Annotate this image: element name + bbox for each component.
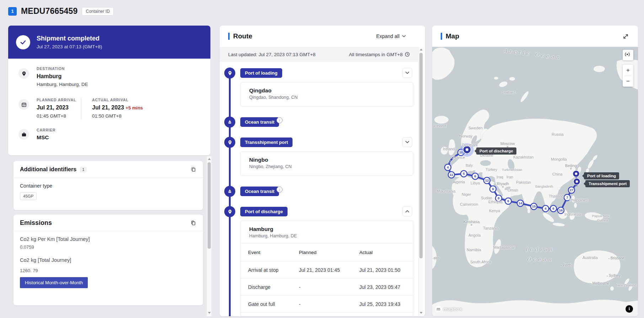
collapse-toggle-button[interactable] — [402, 137, 412, 147]
scrollbar-up-arrow[interactable] — [208, 158, 211, 160]
co2-total-value: 1260. 79 — [20, 268, 197, 273]
map-label-bangladesh: Bangladesh — [535, 184, 553, 188]
page-header: 1 MEDU7665459 Container ID — [8, 6, 114, 16]
route-accent-bar — [228, 33, 230, 40]
mapbox-logo[interactable]: m mapbox — [435, 306, 462, 312]
planned-arrival-time: 01:45 GMT+8 — [37, 113, 66, 119]
carrier-label: CARRIER — [37, 128, 55, 132]
info-icon[interactable]: i — [277, 117, 283, 123]
map-label-turkmenistan: Turkmenistan — [502, 168, 522, 172]
scrollbar-down-arrow[interactable] — [420, 312, 423, 314]
stop-name: Qingdao — [241, 82, 413, 95]
ocean-transit-badge: Ocean transit — [240, 117, 279, 127]
emissions-title: Emissions — [20, 219, 52, 227]
svg-text:14: 14 — [519, 201, 522, 205]
status-timestamp: Jul 27, 2023 at 07:13 (GMT+8) — [37, 44, 102, 49]
destination-address: Hamburg, Hamburg, DE — [37, 82, 88, 87]
scrollbar-up-arrow[interactable] — [420, 49, 423, 50]
co2-per-km-value: 0.0759 — [20, 244, 197, 250]
map-label-iran: Iran — [506, 175, 513, 179]
info-icon[interactable]: i — [277, 187, 283, 193]
scrollbar-down-arrow[interactable] — [208, 312, 211, 314]
stop-card-discharge: Hamburg Hamburg, Hamburg, DE Event Plann… — [240, 221, 413, 316]
destination-name: Hamburg — [37, 73, 61, 80]
expand-all-button[interactable]: Expand all — [374, 33, 408, 39]
copy-icon[interactable] — [190, 220, 197, 226]
map-label-svalbard: Svalbard — [502, 90, 515, 94]
map-label-indian: Indian — [525, 247, 554, 252]
svg-text:11: 11 — [450, 173, 454, 177]
location-pin-icon — [18, 68, 29, 79]
mapbox-circle-icon: m — [435, 306, 442, 312]
check-circle-icon — [16, 35, 30, 49]
ship-icon — [224, 186, 235, 197]
live-position-icon[interactable] — [623, 50, 633, 60]
zoom-in-button[interactable]: + — [623, 65, 633, 76]
svg-text:9: 9 — [492, 187, 494, 191]
additional-identifiers-header: Additional identifiers 1 — [14, 161, 203, 178]
calendar-icon — [18, 99, 29, 110]
map-label-guinea: Guinea — [597, 218, 608, 222]
map-label-mongolia: Mongolia — [551, 157, 567, 161]
map-label-iceland: Iceland — [434, 124, 446, 128]
map-label-pakistan: Pakistan — [516, 180, 531, 184]
historical-month-over-month-button[interactable]: Historical Month-over-Month — [20, 277, 88, 288]
map-label-mauritania: Mauritania — [437, 189, 455, 193]
map-label-brisbane: Brisbane — [608, 256, 624, 260]
stop-address: Qingdao, Shandong, CN — [241, 95, 413, 104]
map-label-france: France — [453, 155, 465, 160]
map-attribution-info-button[interactable]: i — [626, 305, 633, 313]
container-id-chip: Container ID — [82, 7, 113, 16]
svg-text:12: 12 — [485, 178, 489, 182]
svg-text:5: 5 — [463, 172, 465, 176]
identifiers-body: Container type 45GP — [14, 178, 203, 205]
table-row: Discharge - Jul 23, 2023 05:47 — [241, 279, 413, 296]
svg-text:4: 4 — [544, 206, 547, 210]
fullscreen-expand-icon[interactable] — [622, 33, 629, 40]
map-label-italy: Italy — [466, 163, 473, 167]
map-label-ocean: Ocean — [527, 257, 553, 262]
arrival-divider — [81, 98, 81, 120]
map-label-south-africa: South Africa — [470, 260, 491, 264]
left-scrollbar[interactable] — [206, 156, 211, 316]
briefcase-icon — [18, 129, 29, 140]
tooltip-port-of-loading: Port of loading — [584, 172, 619, 179]
transshipment-port-badge: Transshipment port — [240, 138, 293, 147]
map-header: Map — [432, 26, 638, 47]
stop-card-loading[interactable]: Qingdao Qingdao, Shandong, CN — [240, 82, 413, 107]
map-canvas[interactable]: 10411561298614154616727 Arctic OceanIndi… — [432, 47, 638, 316]
destination-label: DESTINATION — [37, 66, 65, 71]
copy-icon[interactable] — [190, 166, 197, 173]
table-row: Arrival at stop Jul 21, 2023 01:45 Jul 2… — [241, 262, 413, 279]
map-label-niger: Niger — [462, 192, 471, 196]
chevron-down-icon — [405, 71, 409, 74]
map-label-china: China — [552, 172, 563, 176]
svg-text:27: 27 — [570, 188, 574, 192]
map-accent-bar — [441, 33, 442, 40]
map-label-papua-new: Papua New — [592, 214, 610, 218]
collapse-toggle-button[interactable] — [402, 68, 412, 78]
route-timeline: Port of loading Qingdao Qingdao, Shandon… — [220, 62, 418, 316]
map-label-thailand: Thailand — [549, 194, 564, 198]
svg-text:4: 4 — [447, 165, 449, 169]
tooltip-port-of-discharge: Port of discharge — [476, 147, 516, 155]
route-header: Route Expand all — [220, 26, 425, 47]
container-type-label: Container type — [20, 183, 197, 189]
zoom-out-button[interactable]: − — [623, 76, 633, 87]
map-panel: Map — [432, 26, 638, 316]
svg-text:7: 7 — [566, 195, 568, 199]
svg-text:6: 6 — [474, 174, 476, 178]
events-table: Event Planned Actual Arrival at stop Jul… — [241, 243, 413, 313]
map-label-sweden: Sweden — [468, 126, 483, 130]
route-subbar: Last updated: Jul 27, 2023 07:13 GMT+8 A… — [220, 47, 418, 62]
map-label-kinshasa: Kinshasa — [463, 220, 479, 226]
arrival-delta: +5 mins — [125, 105, 143, 111]
scrollbar-thumb[interactable] — [419, 53, 423, 258]
collapse-toggle-button[interactable] — [402, 206, 412, 216]
actual-arrival-date: Jul 21, 2023 +5 mins — [92, 104, 143, 111]
map-label-kazakhstan: Kazakhstan — [513, 155, 533, 159]
scrollbar-thumb[interactable] — [208, 162, 211, 249]
stop-card-transshipment[interactable]: Ningbo Ningbo, Zhejiang, CN — [240, 151, 413, 176]
route-scrollbar[interactable] — [418, 47, 423, 316]
map-label-libya: Libya — [471, 181, 480, 185]
